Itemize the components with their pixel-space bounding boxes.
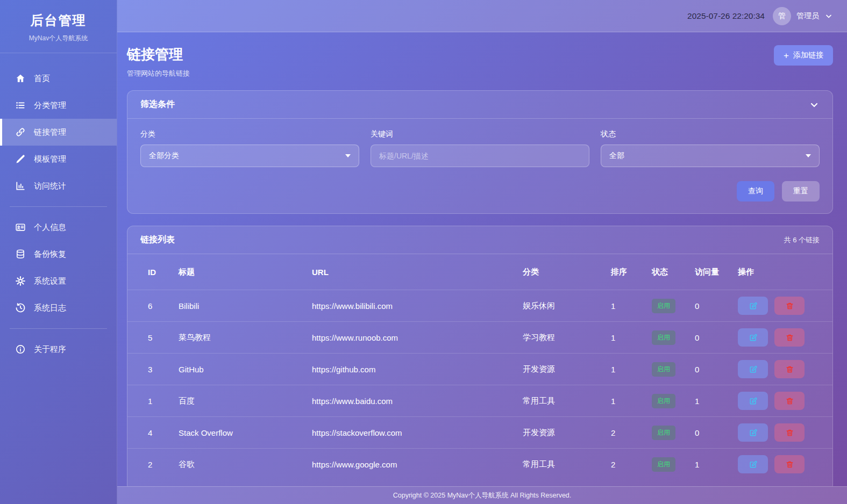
- sidebar-item-label: 备份恢复: [34, 249, 66, 260]
- cell-title: 谷歌: [179, 459, 312, 470]
- cell-url: https://www.runoob.com: [312, 333, 523, 342]
- status-badge: 启用: [652, 426, 675, 440]
- table-row: 6 Bilibili https://www.bilibili.com 娱乐休闲…: [127, 290, 832, 321]
- cell-status: 启用: [652, 457, 695, 472]
- edit-button[interactable]: [738, 328, 768, 347]
- sidebar-item-backup[interactable]: 备份恢复: [0, 241, 117, 268]
- cell-sort: 2: [611, 428, 652, 437]
- cell-visits: 1: [695, 397, 738, 406]
- sidebar-item-statistics[interactable]: 访问统计: [0, 172, 117, 199]
- info-icon: [15, 344, 26, 355]
- category-label: 分类: [140, 129, 359, 139]
- sidebar-item-links[interactable]: 链接管理: [0, 119, 117, 146]
- menu-divider: [10, 206, 107, 207]
- avatar: 管: [773, 7, 791, 25]
- delete-button[interactable]: [774, 423, 805, 442]
- edit-button[interactable]: [738, 360, 768, 378]
- keyword-label: 关键词: [371, 129, 589, 139]
- sidebar-item-templates[interactable]: 模板管理: [0, 146, 117, 172]
- footer: Copyright © 2025 MyNav个人导航系统 All Rights …: [117, 486, 847, 504]
- brand: 后台管理 MyNav个人导航系统: [0, 0, 117, 53]
- sidebar: 后台管理 MyNav个人导航系统 首页 分类管理 链接管理 模板管理: [0, 0, 117, 504]
- cell-visits: 0: [695, 365, 738, 374]
- cell-sort: 1: [611, 333, 652, 342]
- cell-category: 常用工具: [523, 396, 611, 406]
- link-list-header: 链接列表 共 6 个链接: [127, 226, 832, 254]
- delete-button[interactable]: [774, 455, 805, 473]
- delete-button[interactable]: [774, 392, 805, 410]
- add-link-button[interactable]: + 添加链接: [774, 45, 833, 66]
- table-row: 4 Stack Overflow https://stackoverflow.c…: [127, 416, 832, 448]
- cell-id: 4: [148, 428, 179, 437]
- link-table: ID 标题 URL 分类 排序 状态 访问量 操作 6 Bilibili: [127, 254, 832, 486]
- sidebar-item-categories[interactable]: 分类管理: [0, 92, 117, 119]
- edit-button[interactable]: [738, 392, 768, 410]
- edit-icon: [749, 428, 758, 437]
- filter-card: 筛选条件 分类 全部分类 关键词: [127, 90, 833, 214]
- edit-button[interactable]: [738, 423, 768, 442]
- edit-button[interactable]: [738, 297, 768, 315]
- sidebar-item-label: 链接管理: [34, 127, 66, 138]
- page-subtitle: 管理网站的导航链接: [127, 69, 190, 78]
- keyword-input[interactable]: [371, 145, 589, 167]
- user-menu[interactable]: 管 管理员: [773, 7, 833, 25]
- copyright-text: Copyright © 2025 MyNav个人导航系统 All Rights …: [393, 491, 572, 500]
- link-list-title: 链接列表: [140, 234, 175, 246]
- status-label: 状态: [601, 129, 820, 139]
- trash-icon: [785, 365, 794, 374]
- cell-visits: 0: [695, 428, 738, 437]
- sidebar-item-home[interactable]: 首页: [0, 65, 117, 92]
- cell-id: 3: [148, 365, 179, 374]
- trash-icon: [785, 428, 794, 437]
- collapse-chevron-icon[interactable]: [809, 99, 820, 110]
- cell-actions: [738, 360, 820, 378]
- sidebar-item-label: 系统日志: [34, 303, 66, 313]
- cell-actions: [738, 392, 820, 410]
- username: 管理员: [796, 11, 819, 21]
- link-count: 共 6 个链接: [784, 235, 820, 245]
- table-row: 3 GitHub https://github.com 开发资源 1 启用 0: [127, 353, 832, 385]
- brand-subtitle: MyNav个人导航系统: [5, 34, 111, 43]
- status-badge: 启用: [652, 394, 675, 408]
- trash-icon: [785, 460, 794, 469]
- cell-status: 启用: [652, 330, 695, 345]
- link-list-card: 链接列表 共 6 个链接 ID 标题 URL 分类 排序 状态 访问量 操作: [127, 226, 833, 486]
- delete-button[interactable]: [774, 360, 805, 378]
- cell-status: 启用: [652, 394, 695, 408]
- category-select[interactable]: 全部分类: [140, 145, 359, 167]
- topbar: 2025-07-26 22:20:34 管 管理员: [117, 0, 847, 32]
- table-header-row: ID 标题 URL 分类 排序 状态 访问量 操作: [127, 254, 832, 290]
- cell-visits: 0: [695, 333, 738, 342]
- cell-url: https://stackoverflow.com: [312, 428, 523, 437]
- search-button[interactable]: 查询: [737, 181, 774, 201]
- category-field: 分类 全部分类: [140, 129, 359, 167]
- sidebar-item-settings[interactable]: 系统设置: [0, 268, 117, 294]
- sidebar-item-logs[interactable]: 系统日志: [0, 294, 117, 321]
- history-icon: [15, 303, 26, 313]
- chevron-down-icon: [824, 12, 833, 20]
- edit-button[interactable]: [738, 455, 768, 473]
- cell-category: 开发资源: [523, 364, 611, 375]
- delete-button[interactable]: [774, 328, 805, 347]
- trash-icon: [785, 397, 794, 406]
- reset-button[interactable]: 重置: [782, 181, 820, 201]
- sidebar-item-label: 个人信息: [34, 222, 66, 233]
- sidebar-item-about[interactable]: 关于程序: [0, 336, 117, 363]
- delete-button[interactable]: [774, 297, 805, 315]
- cell-actions: [738, 423, 820, 442]
- sidebar-item-profile[interactable]: 个人信息: [0, 214, 117, 241]
- cell-title: 百度: [179, 396, 312, 406]
- select-caret-icon: [806, 154, 811, 157]
- gear-icon: [15, 276, 26, 286]
- cell-url: https://www.baidu.com: [312, 397, 523, 406]
- status-select[interactable]: 全部: [601, 145, 820, 167]
- status-badge: 启用: [652, 299, 675, 313]
- id-card-icon: [15, 222, 26, 233]
- cell-title: 菜鸟教程: [179, 333, 312, 343]
- status-badge: 启用: [652, 457, 675, 472]
- cell-title: Stack Overflow: [179, 428, 312, 437]
- main-area: 2025-07-26 22:20:34 管 管理员 链接管理 管理网站的导航链接…: [117, 0, 847, 504]
- cell-url: https://github.com: [312, 365, 523, 374]
- cell-title: GitHub: [179, 365, 312, 374]
- list-icon: [15, 100, 26, 111]
